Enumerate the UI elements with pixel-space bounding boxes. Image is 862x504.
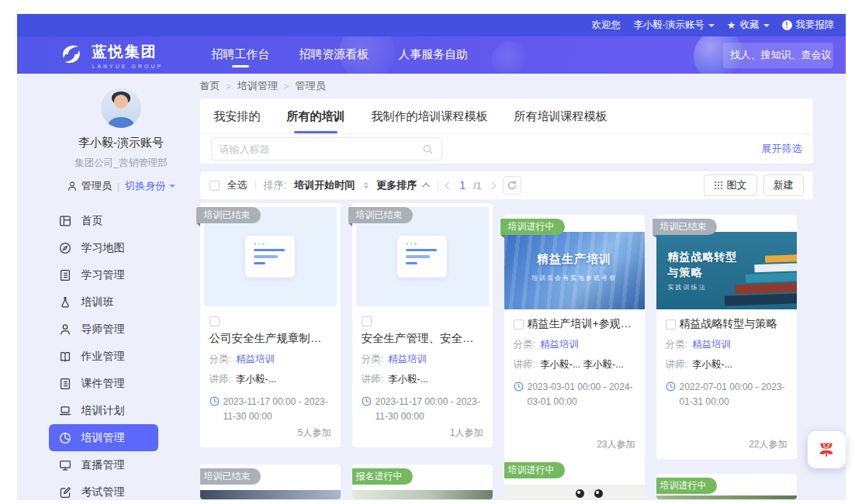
training-card[interactable]: 培训已结束 精益战略转型 与策略 实践训练法 — [656, 215, 797, 459]
sidebar-item-learning-map[interactable]: 学习地图 — [49, 234, 158, 261]
category-value[interactable]: 精益培训 — [692, 339, 731, 350]
title-search-input[interactable] — [220, 143, 422, 155]
status-badge: 培训已结束 — [200, 468, 261, 485]
tab-all-trainings[interactable]: 所有的培训 — [287, 98, 345, 133]
exclamation-circle-icon: ! — [782, 20, 792, 30]
sidebar-item-homework-mgmt[interactable]: 作业管理 — [49, 343, 158, 370]
training-card[interactable]: 培训进行中 精益生产培训 培训后会有实地参观考察 精益生产培训+参观考察 分类:… — [504, 215, 645, 459]
sort-field[interactable]: 培训开始时间 — [294, 178, 355, 192]
status-badge: 培训进行中 — [504, 462, 565, 478]
card-cover-photo-buildings: 精益生产培训 培训后会有实地参观考察 — [504, 232, 645, 309]
chevron-down-icon — [763, 24, 770, 30]
create-button[interactable]: 新建 — [763, 174, 804, 196]
training-card[interactable]: 培训已结束 安全生产管理、安全生产技... 分类:精益培训 讲师:李小毅-... — [352, 203, 493, 447]
role-separator: | — [117, 181, 119, 192]
prev-page-icon[interactable] — [445, 181, 453, 189]
date-range-row: 2023-03-01 00:00 - 2024-03-01 00:00 — [514, 380, 635, 409]
category-value[interactable]: 精益培训 — [388, 354, 427, 364]
view-mode-button[interactable]: 图文 — [704, 174, 757, 196]
logo-subtitle: LANYUE GROUP — [92, 64, 164, 69]
company-logo[interactable]: 蓝悦集团 LANYUE GROUP — [57, 41, 164, 69]
teacher-label: 讲师: — [666, 359, 687, 370]
training-card[interactable]: 培训进行中 — [656, 474, 797, 499]
tab-arranged-by-me[interactable]: 我安排的 — [214, 98, 261, 133]
card-title[interactable]: 安全生产管理、安全生产技... — [362, 331, 483, 346]
chevron-up-icon[interactable] — [422, 182, 430, 190]
breadcrumb-home[interactable]: 首页 — [200, 79, 220, 93]
breadcrumb-training-mgmt[interactable]: 培训管理 — [237, 79, 278, 93]
nav-tab-recruit-board[interactable]: 招聘资源看板 — [299, 37, 369, 73]
sidebar-item-courseware-mgmt[interactable]: 课件管理 — [49, 370, 158, 397]
sidebar-item-live-mgmt[interactable]: 直播管理 — [49, 451, 158, 478]
title-search-box[interactable] — [211, 137, 442, 161]
training-card[interactable]: 报名进行中 — [352, 464, 493, 499]
report-issue-button[interactable]: ! 我要报障 — [782, 19, 835, 32]
card-cover-photo — [504, 485, 645, 499]
select-all-label: 全选 — [227, 178, 248, 192]
switch-role-link[interactable]: 切换身份 — [125, 179, 165, 193]
sidebar-item-learning-mgmt[interactable]: 学习管理 — [49, 261, 158, 288]
breadcrumb-separator: > — [227, 81, 231, 91]
total-pages: /1 — [473, 180, 482, 192]
search-icon — [422, 143, 434, 155]
category-value[interactable]: 精益培训 — [540, 339, 579, 350]
sidebar-item-home[interactable]: 首页 — [49, 207, 158, 234]
sidebar-item-exam-mgmt[interactable]: 考试管理 — [49, 478, 158, 500]
refresh-button[interactable] — [503, 176, 521, 195]
cartoon-eye — [594, 489, 603, 498]
training-card[interactable]: 培训已结束 公司安全生产规章制度和劳... 分类:精益培训 讲师:李小毅-... — [200, 203, 341, 447]
favorites-menu[interactable]: ★ 收藏 — [727, 19, 770, 32]
card-checkbox[interactable] — [514, 319, 524, 330]
star-icon: ★ — [727, 19, 736, 31]
current-page: 1 — [459, 179, 466, 192]
next-page-icon[interactable] — [488, 181, 496, 189]
logo-text: 蓝悦集团 LANYUE GROUP — [92, 42, 164, 69]
training-card[interactable]: 培训进行中 — [504, 458, 645, 499]
sidebar-item-label: 培训管理 — [81, 431, 125, 445]
avatar[interactable] — [101, 88, 141, 128]
global-search-input[interactable]: 找人、搜知识、查会议 — [723, 43, 833, 68]
category-value[interactable]: 精益培训 — [236, 354, 275, 364]
sort-direction-icon[interactable] — [364, 182, 369, 188]
card-checkbox[interactable] — [209, 316, 220, 326]
content-tabs: 我安排的 所有的培训 我制作的培训课程模板 所有培训课程模板 — [200, 98, 813, 134]
card-body: 安全生产管理、安全生产技... 分类:精益培训 讲师:李小毅-... 2023-… — [352, 310, 493, 447]
card-title[interactable]: 精益生产培训+参观考察 — [528, 317, 635, 331]
training-card[interactable]: 培训已结束 — [200, 464, 341, 499]
sidebar-item-training-mgmt[interactable]: 培训管理 — [49, 424, 158, 451]
category-label: 分类: — [209, 354, 231, 364]
date-range-row: 2022-07-01 00:00 - 2023-01-31 00:00 — [666, 380, 788, 409]
assistant-fab-button[interactable] — [808, 431, 846, 468]
breadcrumb-admin: 管理员 — [295, 79, 325, 93]
sidebar-item-mentor-mgmt[interactable]: 导师管理 — [49, 316, 158, 343]
date-range: 2023-11-17 00:00 - 2023-11-30 00:00 — [223, 395, 331, 423]
tab-my-course-templates[interactable]: 我制作的培训课程模板 — [372, 98, 488, 133]
status-badge: 报名进行中 — [352, 468, 413, 485]
card-title[interactable]: 精益战略转型与策略 — [680, 317, 788, 331]
logo-title: 蓝悦集团 — [92, 42, 164, 62]
tab-all-course-templates[interactable]: 所有培训课程模板 — [514, 98, 608, 133]
select-all-checkbox[interactable] — [209, 181, 220, 191]
flask-icon — [58, 295, 72, 309]
expand-filters-link[interactable]: 展开筛选 — [762, 142, 802, 156]
card-title[interactable]: 公司安全生产规章制度和劳... — [209, 331, 331, 346]
clock-icon — [514, 381, 524, 392]
decorative-circle — [492, 41, 529, 74]
card-checkbox[interactable] — [666, 319, 676, 330]
sidebar-item-training-class[interactable]: 培训班 — [49, 288, 158, 316]
doc-list-icon — [58, 377, 72, 391]
monitor-icon — [58, 458, 72, 472]
more-sort[interactable]: 更多排序 — [376, 178, 417, 192]
chevron-down-icon — [169, 185, 175, 191]
nav-tab-hr-self-service[interactable]: 人事服务自助 — [398, 37, 468, 73]
cover-title: 精益生产培训 — [504, 252, 645, 267]
page-body: 李小毅-演示账号 集团公司_营销管理部 管理员 | 切换身份 首页 — [17, 74, 846, 500]
sidebar-item-label: 培训班 — [81, 295, 114, 309]
sidebar-item-training-plan[interactable]: 培训计划 — [49, 397, 158, 424]
sidebar-item-label: 导师管理 — [81, 323, 125, 337]
profile-department: 集团公司_营销管理部 — [45, 157, 198, 170]
nav-tab-recruit-workbench[interactable]: 招聘工作台 — [211, 37, 269, 73]
card-checkbox[interactable] — [362, 316, 372, 326]
user-menu[interactable]: 李小毅-演示账号 — [633, 19, 715, 32]
welcome-text: 欢迎您 — [592, 19, 621, 32]
